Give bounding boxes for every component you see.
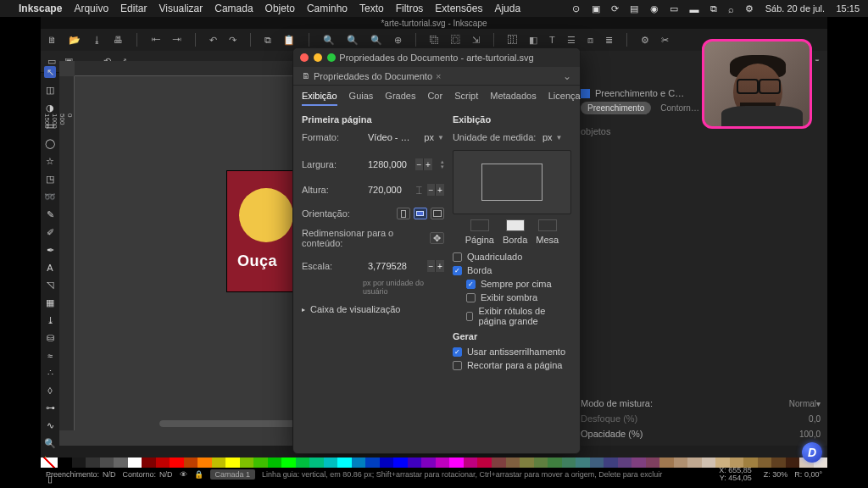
display-unit-select[interactable]: px▼ [542,132,563,142]
blend-value[interactable]: Normal [789,399,816,408]
palette-swatch[interactable] [352,458,366,468]
lpe-tool-icon[interactable]: ∿ [44,420,56,431]
subtab-script[interactable]: Script [454,91,478,106]
palette-swatch[interactable] [436,458,450,468]
shadow-checkbox[interactable] [466,293,476,302]
palette-swatch[interactable] [309,458,324,468]
palette-swatch[interactable] [702,458,716,468]
palette-swatch[interactable] [520,458,534,468]
duplicate-icon[interactable]: ⿻ [430,35,439,45]
border-checkbox[interactable]: ✓ [453,266,462,275]
tray-battery-icon[interactable]: ▬ [689,4,698,14]
status-stroke[interactable]: N/D [159,470,173,479]
opacity-value[interactable]: 100,0 [799,430,821,439]
aa-checkbox[interactable]: ✓ [453,347,462,357]
paste-icon[interactable]: 📋 [283,35,295,46]
ontop-checkbox[interactable]: ✓ [466,280,476,289]
palette-swatch[interactable] [562,458,576,468]
group-icon[interactable]: ⿲ [508,35,517,45]
page-color-swatch[interactable]: Página [465,219,494,245]
orientation-custom[interactable] [431,208,444,219]
palette-swatch[interactable] [184,458,198,468]
palette-swatch[interactable] [114,458,128,468]
palette-swatch[interactable] [268,458,282,468]
palette-swatch[interactable] [296,458,310,468]
shape-builder-icon[interactable]: ◑ [44,103,56,114]
tray-controlcenter-icon[interactable]: ⚙ [745,3,754,14]
xml-icon[interactable]: ⧈ [587,35,593,46]
text-icon[interactable]: T [549,35,555,45]
menubar-date[interactable]: Sáb. 20 de jul. [765,3,825,14]
palette-swatch[interactable] [365,458,380,468]
docprops-icon[interactable]: ✂ [661,35,669,46]
zoom-page-icon[interactable]: 🔍 [370,35,382,46]
resize-to-content-button[interactable]: ✥ [430,232,444,244]
palette-swatch[interactable] [380,458,394,468]
layers-icon[interactable]: ☰ [567,35,576,46]
dialog-tab-label[interactable]: Propriedades do Documento [314,71,432,81]
orientation-landscape[interactable] [414,208,427,219]
palette-swatch[interactable] [618,458,632,468]
no-color-swatch[interactable] [41,458,58,468]
palette-swatch[interactable] [86,458,100,468]
selector-tool-icon[interactable]: ↖ [44,66,56,78]
palette-swatch[interactable] [72,458,86,468]
palette-swatch[interactable] [408,458,422,468]
palette-swatch[interactable] [646,458,660,468]
subtab-color[interactable]: Cor [427,91,442,106]
menu-filters[interactable]: Filtros [396,3,424,14]
palette-swatch[interactable] [786,458,800,468]
tray-search-icon[interactable]: ⌕ [728,4,734,14]
status-zoom[interactable]: Z: 30% [764,470,788,479]
close-icon[interactable] [300,53,309,62]
palette-swatch[interactable] [393,458,408,468]
palette-swatch[interactable] [604,458,618,468]
menu-text[interactable]: Texto [359,3,384,14]
palette-swatch[interactable] [212,458,226,468]
palette-swatch[interactable] [281,458,296,468]
palette-swatch[interactable] [198,458,212,468]
tray-icon[interactable]: ⊙ [572,3,580,14]
menu-extensions[interactable]: Extensões [435,3,482,14]
desk-color-swatch[interactable]: Mesa [536,219,559,245]
height-stepper[interactable]: −+ [427,184,444,196]
subtab-guides[interactable]: Guias [349,91,374,106]
palette-swatch[interactable] [337,458,352,468]
tray-icon[interactable]: ⟳ [611,3,619,14]
palette-swatch[interactable] [253,458,268,468]
palette-swatch[interactable] [170,458,184,468]
layer-lock-icon[interactable]: 🔒 [194,470,203,479]
yellow-circle-shape[interactable] [239,188,293,242]
palette-swatch[interactable] [534,458,548,468]
menu-file[interactable]: Arquivo [74,3,108,14]
palette-swatch[interactable] [156,458,170,468]
palette-swatch[interactable] [477,458,492,468]
import-icon[interactable]: ⭰ [151,35,160,45]
status-rotation[interactable]: R: 0,00° [794,470,822,479]
palette-swatch[interactable] [632,458,646,468]
format-select[interactable]: Vídeo - … [364,131,419,143]
print-icon[interactable]: 🖶 [114,35,123,45]
zoom-draw-icon[interactable]: 🔍 [347,35,359,46]
subtab-grids[interactable]: Grades [385,91,415,106]
layer-selector[interactable]: Camada 1 [210,469,256,480]
swap-wh-icon[interactable]: ▴▾ [441,159,444,169]
palette-swatch[interactable] [548,458,562,468]
palette-swatch[interactable] [590,458,604,468]
zoom-center-icon[interactable]: ⊕ [394,35,402,46]
copy-icon[interactable]: ⧉ [264,35,271,46]
tray-wifi-icon[interactable]: ⧉ [710,3,717,14]
palette-swatch[interactable] [674,458,688,468]
palette-swatch[interactable] [58,458,72,468]
tray-screenrec-icon[interactable]: ◉ [650,3,659,14]
fill-tab[interactable]: Preenchimento [581,102,651,114]
palette-swatch[interactable] [449,458,464,468]
palette-swatch[interactable] [687,458,702,468]
palette-swatch[interactable] [492,458,506,468]
biglabels-checkbox[interactable] [466,312,473,321]
palette-swatch[interactable] [240,458,254,468]
menu-path[interactable]: Caminho [307,3,348,14]
palette-swatch[interactable] [324,458,338,468]
subtab-metadata[interactable]: Metadados [490,91,536,106]
fillstroke-tab[interactable]: Preenchimento e C… [595,88,684,98]
